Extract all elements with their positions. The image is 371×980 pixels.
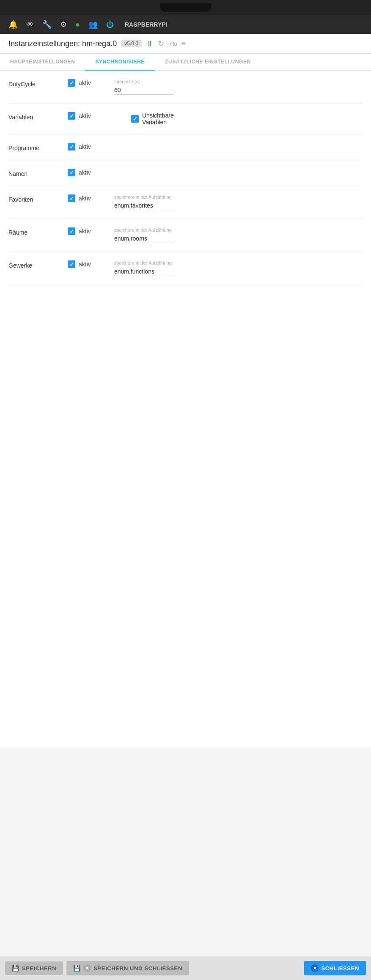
people-icon: 👥 [88, 20, 98, 29]
edit-icon[interactable]: ✏ [181, 40, 187, 47]
checkbox-group-variablen: aktiv [68, 112, 106, 120]
checkbox-gewerke[interactable] [68, 260, 75, 268]
eye-icon: 👁 [26, 20, 34, 29]
input-favoriten[interactable] [114, 201, 173, 210]
aktiv-raeume: aktiv [79, 228, 91, 235]
label-namen: Namen [8, 169, 59, 177]
save-button[interactable]: 💾 SPEICHERN [5, 961, 63, 975]
main-content: DutyCycle aktiv Intervalle (s) Variablen… [0, 71, 371, 747]
notch [160, 3, 211, 12]
label-programme: Programme [8, 143, 59, 151]
field-label-intervalle: Intervalle (s) [114, 79, 173, 84]
input-raeume[interactable] [114, 234, 173, 243]
label-raeume: Räume [8, 227, 59, 236]
label-gewerke: Gewerke [8, 260, 59, 269]
controls-dutycycle: Intervalle (s) [114, 79, 173, 95]
save-icon: 💾 [12, 965, 19, 972]
label-dutycycle: DutyCycle [8, 79, 59, 88]
bell-icon: 🔔 [8, 20, 18, 29]
info-link[interactable]: info [168, 41, 177, 47]
controls-gewerke: speichere in der Aufzählung [114, 260, 173, 276]
section-programme: Programme aktiv [8, 134, 363, 160]
close-label: SCHLIEßEN [321, 965, 359, 972]
controls-favoriten: speichere in der Aufzählung [114, 194, 173, 210]
controls-raeume: speichere in der Aufzählung [114, 227, 173, 243]
checkbox-group-namen: aktiv [68, 169, 106, 176]
input-intervalle[interactable] [114, 86, 173, 95]
bottom-bar: 💾 SPEICHERN 💾 ✕ SPEICHERN UND SCHLIEßEN … [0, 956, 371, 980]
save-label: SPEICHERN [22, 965, 57, 972]
power-icon: ⏻ [106, 20, 114, 29]
top-bar [0, 0, 371, 15]
hostname-label: RASPBERRYPI [125, 21, 168, 28]
pause-icon[interactable]: ⏸ [146, 39, 154, 48]
page-title: Instanzeinstellungen: hm-rega.0 [8, 39, 117, 48]
aktiv-gewerke: aktiv [79, 261, 91, 268]
input-gewerke[interactable] [114, 267, 173, 276]
aktiv-programme: aktiv [79, 143, 91, 150]
checkbox-namen[interactable] [68, 169, 75, 176]
save-close-icon: 💾 [73, 965, 81, 972]
checkbox-group-dutycycle: aktiv [68, 79, 106, 87]
tabs-bar: HAUPTEINSTELLUNGEN SYNCHRONISIERE ZUSÄTZ… [0, 54, 371, 71]
inline-group-variablen: UnsichtbareVariablen [131, 112, 174, 126]
dot-icon: ● [75, 20, 80, 29]
aktiv-favoriten: aktiv [79, 195, 91, 202]
section-gewerke: Gewerke aktiv speichere in der Aufzählun… [8, 252, 363, 285]
aktiv-dutycycle: aktiv [79, 79, 91, 86]
checkbox-group-gewerke: aktiv [68, 260, 106, 268]
tab-zusaetzliche[interactable]: ZUSÄTZLICHE EINSTELLUNGEN [155, 54, 261, 71]
checkbox-favoriten[interactable] [68, 194, 75, 202]
tab-synchronisiere[interactable]: SYNCHRONISIERE [85, 54, 154, 71]
checkbox-group-raeume: aktiv [68, 227, 106, 235]
checkbox-programme[interactable] [68, 143, 75, 151]
section-raeume: Räume aktiv speichere in der Aufzählung [8, 219, 363, 252]
field-label-raeume: speichere in der Aufzählung [114, 227, 173, 233]
checkbox-group-favoriten: aktiv [68, 194, 106, 202]
aktiv-variablen: aktiv [79, 112, 91, 119]
save-close-label: SPEICHERN UND SCHLIEßEN [93, 965, 182, 972]
label-variablen: Variablen [8, 112, 59, 120]
tab-haupteinstellungen[interactable]: HAUPTEINSTELLUNGEN [0, 54, 85, 71]
gear-icon: ⚙ [60, 20, 67, 29]
checkbox-variablen[interactable] [68, 112, 75, 120]
refresh-icon[interactable]: ↻ [158, 39, 164, 48]
checkbox-dutycycle[interactable] [68, 79, 75, 87]
save-close-button[interactable]: 💾 ✕ SPEICHERN UND SCHLIEßEN [66, 961, 189, 975]
field-label-favoriten: speichere in der Aufzählung [114, 194, 173, 200]
label-favoriten: Favoriten [8, 194, 59, 203]
wrench-icon: 🔧 [42, 20, 52, 29]
version-badge: v5.0.0 [121, 40, 142, 47]
label-unsichtbare: UnsichtbareVariablen [142, 112, 174, 126]
system-nav: 🔔 👁 🔧 ⚙ ● 👥 ⏻ RASPBERRYPI [0, 15, 371, 34]
checkbox-group-programme: aktiv [68, 143, 106, 151]
field-label-gewerke: speichere in der Aufzählung [114, 260, 173, 266]
page-header: Instanzeinstellungen: hm-rega.0 v5.0.0 ⏸… [0, 34, 371, 54]
checkbox-unsichtbare[interactable] [131, 115, 139, 123]
section-namen: Namen aktiv [8, 160, 363, 186]
checkbox-raeume[interactable] [68, 227, 75, 235]
section-dutycycle: DutyCycle aktiv Intervalle (s) [8, 71, 363, 104]
close-button[interactable]: ✕ SCHLIEßEN [304, 961, 366, 975]
x-icon: ✕ [83, 964, 91, 972]
section-favoriten: Favoriten aktiv speichere in der Aufzähl… [8, 186, 363, 219]
section-variablen: Variablen aktiv UnsichtbareVariablen [8, 104, 363, 134]
aktiv-namen: aktiv [79, 169, 91, 176]
close-x-icon: ✕ [311, 964, 319, 972]
